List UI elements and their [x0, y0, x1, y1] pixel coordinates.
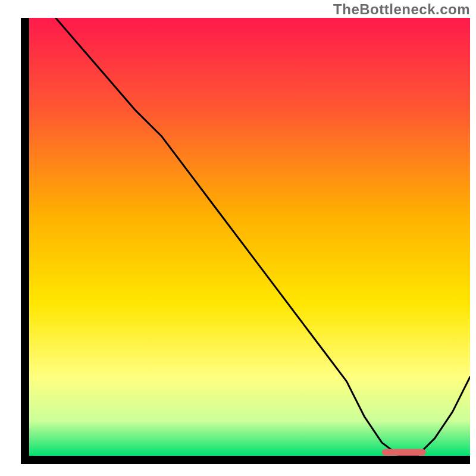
gradient-background	[29, 18, 470, 456]
optimal-range-marker	[382, 449, 426, 456]
chart-stage: TheBottleneck.com	[0, 0, 476, 476]
bottleneck-chart	[0, 0, 476, 476]
watermark-label: TheBottleneck.com	[333, 1, 470, 18]
